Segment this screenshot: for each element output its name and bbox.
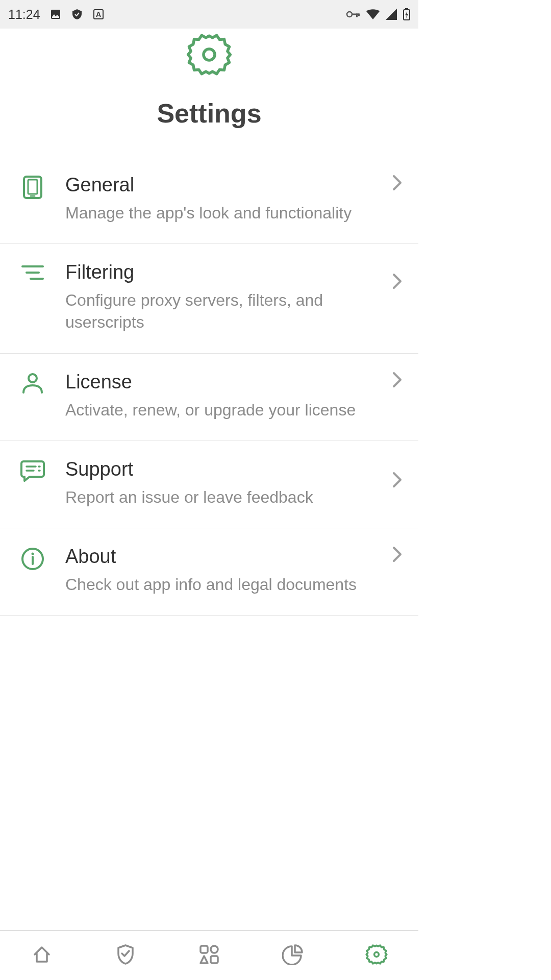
wifi-icon — [366, 9, 380, 19]
chevron-right-icon — [392, 371, 407, 390]
svg-text:A: A — [96, 10, 101, 18]
svg-rect-5 — [356, 14, 358, 17]
item-title: Support — [65, 458, 382, 480]
svg-point-9 — [204, 49, 215, 60]
item-title: About — [65, 546, 382, 568]
chevron-right-icon — [392, 471, 407, 491]
item-body: License Activate, renew, or upgrade your… — [65, 371, 392, 421]
gear-icon — [186, 31, 233, 80]
item-subtitle: Report an issue or leave feedback — [65, 486, 382, 508]
status-right — [346, 8, 410, 20]
info-icon — [20, 547, 45, 571]
svg-point-16 — [29, 374, 37, 382]
cellular-icon — [386, 9, 397, 20]
item-title: License — [65, 371, 382, 393]
page-title: Settings — [157, 98, 261, 129]
status-bar: 11:24 A — [0, 0, 418, 29]
svg-point-22 — [32, 552, 34, 555]
chevron-right-icon — [392, 546, 407, 565]
item-subtitle: Activate, renew, or upgrade your license — [65, 399, 382, 421]
item-body: Filtering Configure proxy servers, filte… — [65, 261, 392, 333]
chevron-right-icon — [392, 273, 407, 292]
page-header: Settings — [0, 29, 418, 157]
filter-icon — [20, 262, 45, 283]
item-title: General — [65, 174, 382, 196]
item-title: Filtering — [65, 261, 382, 283]
phone-icon — [20, 175, 45, 200]
item-subtitle: Manage the app's look and functionality — [65, 202, 382, 224]
settings-list: General Manage the app's look and functi… — [0, 157, 418, 616]
settings-item-general[interactable]: General Manage the app's look and functi… — [0, 157, 418, 244]
image-icon — [49, 8, 62, 20]
battery-charging-icon — [403, 8, 410, 20]
vpn-key-icon — [346, 9, 360, 19]
settings-item-license[interactable]: License Activate, renew, or upgrade your… — [0, 354, 418, 441]
item-subtitle: Check out app info and legal documents — [65, 574, 382, 596]
settings-item-about[interactable]: About Check out app info and legal docum… — [0, 528, 418, 616]
font-icon: A — [92, 8, 105, 20]
shield-check-icon — [71, 8, 83, 20]
item-body: General Manage the app's look and functi… — [65, 174, 392, 224]
svg-point-3 — [347, 12, 352, 17]
status-left: 11:24 A — [8, 7, 105, 22]
chat-icon — [20, 459, 45, 482]
settings-item-filtering[interactable]: Filtering Configure proxy servers, filte… — [0, 244, 418, 353]
svg-rect-6 — [358, 14, 360, 16]
status-time: 11:24 — [8, 7, 40, 22]
item-body: Support Report an issue or leave feedbac… — [65, 458, 392, 508]
user-icon — [20, 372, 45, 395]
item-subtitle: Configure proxy servers, filters, and us… — [65, 289, 382, 333]
chevron-right-icon — [392, 174, 407, 193]
settings-item-support[interactable]: Support Report an issue or leave feedbac… — [0, 441, 418, 528]
svg-rect-11 — [28, 180, 37, 194]
svg-rect-8 — [405, 8, 408, 10]
item-body: About Check out app info and legal docum… — [65, 546, 392, 596]
